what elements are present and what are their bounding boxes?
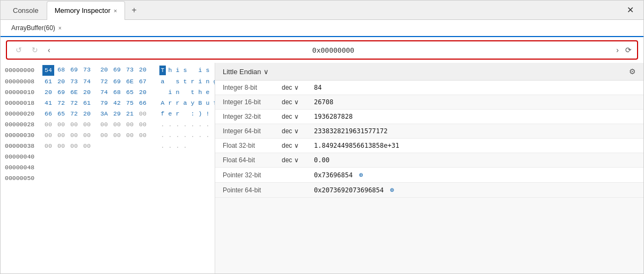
ascii-char[interactable]: :: [189, 109, 196, 119]
ascii-char[interactable]: s: [174, 77, 181, 86]
hex-byte[interactable]: 72: [68, 109, 80, 119]
hex-byte[interactable]: 61: [42, 77, 54, 86]
hex-byte[interactable]: 66: [42, 109, 54, 119]
ascii-char[interactable]: u: [204, 98, 211, 108]
gear-icon[interactable]: ⚙: [629, 67, 636, 76]
hex-byte[interactable]: 00: [42, 120, 54, 129]
hex-byte[interactable]: 00: [111, 131, 123, 140]
address-input[interactable]: [57, 46, 610, 54]
ascii-char[interactable]: .: [174, 131, 181, 140]
hex-byte[interactable]: 75: [124, 98, 136, 108]
pointer-link-icon[interactable]: ⊕: [355, 171, 363, 179]
ascii-char[interactable]: .: [204, 131, 211, 140]
ascii-char[interactable]: [182, 88, 188, 97]
ascii-char[interactable]: a: [182, 98, 188, 108]
ascii-char[interactable]: .: [159, 120, 166, 129]
ascii-char[interactable]: T: [159, 66, 166, 75]
add-tab-button[interactable]: +: [127, 3, 141, 17]
inspector-format-dropdown[interactable]: dec ∨: [282, 142, 314, 149]
ascii-char[interactable]: n: [174, 88, 181, 97]
ascii-char[interactable]: .: [167, 141, 173, 151]
hex-byte[interactable]: 20: [137, 88, 149, 97]
ascii-char[interactable]: y: [189, 98, 196, 108]
ascii-char[interactable]: [204, 141, 211, 151]
ascii-char[interactable]: .: [174, 120, 181, 129]
hex-byte[interactable]: 00: [68, 141, 80, 151]
endian-dropdown[interactable]: Little Endian ∨: [223, 68, 269, 76]
hex-byte[interactable]: 54: [42, 65, 54, 76]
ascii-char[interactable]: n: [204, 77, 211, 86]
hex-byte[interactable]: 00: [68, 131, 80, 140]
ascii-char[interactable]: .: [189, 131, 196, 140]
ascii-char[interactable]: s: [182, 66, 188, 75]
hex-byte[interactable]: 00: [98, 120, 110, 129]
ascii-char[interactable]: .: [189, 120, 196, 129]
close-window-button[interactable]: ✕: [621, 5, 639, 15]
hex-byte[interactable]: 66: [137, 98, 149, 108]
ascii-char[interactable]: .: [159, 141, 166, 151]
ascii-char[interactable]: !: [204, 109, 211, 119]
hex-byte[interactable]: 00: [55, 120, 67, 129]
hex-byte[interactable]: 00: [124, 131, 136, 140]
ascii-char[interactable]: .: [167, 131, 173, 140]
hex-byte[interactable]: 69: [55, 88, 67, 97]
ascii-char[interactable]: i: [197, 66, 203, 75]
hex-byte[interactable]: 20: [81, 88, 93, 97]
hex-byte[interactable]: 20: [42, 88, 54, 97]
hex-byte[interactable]: 29: [111, 109, 123, 119]
sub-tab-arraybuffer[interactable]: ArrayBuffer(60) ×: [5, 22, 68, 34]
hex-byte[interactable]: 72: [68, 98, 80, 108]
inspector-format-dropdown[interactable]: dec ∨: [282, 156, 314, 164]
hex-byte[interactable]: 6E: [124, 77, 136, 86]
ascii-char[interactable]: f: [159, 109, 166, 119]
hex-byte[interactable]: 65: [124, 88, 136, 97]
hex-byte[interactable]: 20: [98, 65, 110, 76]
inspector-format-dropdown[interactable]: dec ∨: [282, 84, 314, 91]
hex-byte[interactable]: 68: [55, 65, 67, 76]
hex-byte[interactable]: 00: [55, 131, 67, 140]
hex-byte[interactable]: 73: [124, 65, 136, 76]
hex-byte[interactable]: 73: [81, 65, 93, 76]
ascii-char[interactable]: h: [197, 88, 203, 97]
inspector-format-dropdown[interactable]: dec ∨: [282, 113, 314, 120]
hex-byte[interactable]: 00: [81, 141, 93, 151]
ascii-char[interactable]: .: [204, 120, 211, 129]
ascii-char[interactable]: i: [174, 66, 181, 75]
ascii-char[interactable]: t: [182, 77, 188, 86]
ascii-char[interactable]: e: [204, 88, 211, 97]
hex-byte[interactable]: 73: [68, 77, 80, 86]
hex-byte[interactable]: 00: [137, 120, 149, 129]
hex-byte[interactable]: 00: [68, 120, 80, 129]
close-memory-inspector-tab[interactable]: ×: [114, 8, 117, 14]
ascii-char[interactable]: [189, 66, 196, 75]
ascii-char[interactable]: [167, 77, 173, 86]
pointer-link-icon[interactable]: ⊕: [386, 186, 394, 194]
hex-byte[interactable]: 65: [55, 109, 67, 119]
hex-byte[interactable]: 00: [42, 131, 54, 140]
hex-byte[interactable]: 6E: [68, 88, 80, 97]
hex-byte[interactable]: 79: [98, 98, 110, 108]
hex-byte[interactable]: 42: [111, 98, 123, 108]
hex-byte[interactable]: 20: [55, 77, 67, 86]
prev-address-button[interactable]: ‹: [45, 45, 54, 55]
ascii-char[interactable]: r: [167, 98, 173, 108]
hex-byte[interactable]: 74: [98, 88, 110, 97]
hex-byte[interactable]: 00: [42, 141, 54, 151]
hex-byte[interactable]: 74: [81, 77, 93, 86]
hex-byte[interactable]: 69: [111, 65, 123, 76]
hex-byte[interactable]: 69: [68, 65, 80, 76]
ascii-char[interactable]: .: [197, 120, 203, 129]
refresh-button[interactable]: ⟳: [625, 46, 632, 54]
redo-button[interactable]: ↻: [28, 45, 41, 55]
close-arraybuffer-tab[interactable]: ×: [58, 25, 62, 31]
ascii-char[interactable]: .: [182, 120, 188, 129]
hex-byte[interactable]: 00: [111, 120, 123, 129]
hex-byte[interactable]: 00: [137, 131, 149, 140]
ascii-char[interactable]: [182, 109, 188, 119]
ascii-char[interactable]: e: [167, 109, 173, 119]
ascii-char[interactable]: [189, 141, 196, 151]
ascii-char[interactable]: .: [182, 131, 188, 140]
hex-byte[interactable]: 00: [81, 120, 93, 129]
ascii-char[interactable]: i: [197, 77, 203, 86]
ascii-char[interactable]: .: [159, 131, 166, 140]
